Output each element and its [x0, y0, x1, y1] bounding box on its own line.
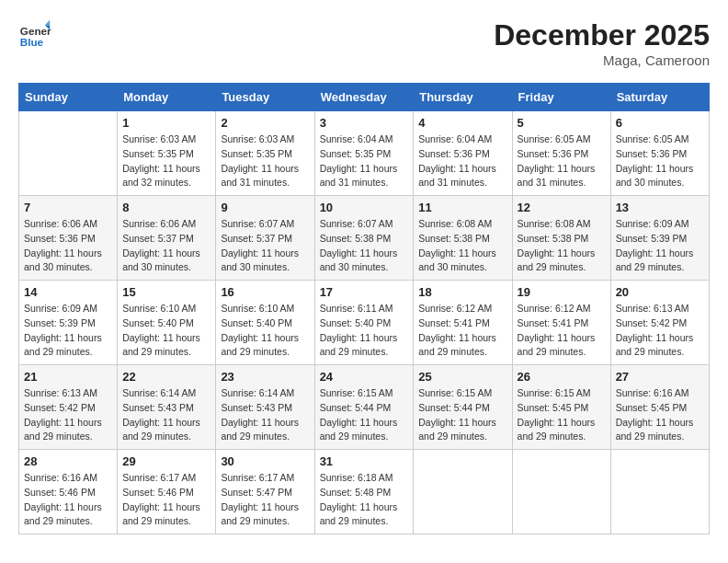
calendar-cell [414, 450, 512, 534]
calendar-cell: 28Sunrise: 6:16 AMSunset: 5:46 PMDayligh… [19, 450, 118, 534]
day-info: Sunrise: 6:08 AMSunset: 5:38 PMDaylight:… [418, 217, 506, 275]
day-number: 5 [518, 116, 606, 130]
day-info: Sunrise: 6:03 AMSunset: 5:35 PMDaylight:… [122, 132, 210, 190]
day-info: Sunrise: 6:04 AMSunset: 5:36 PMDaylight:… [418, 132, 506, 190]
calendar-cell: 13Sunrise: 6:09 AMSunset: 5:39 PMDayligh… [610, 196, 709, 281]
calendar-cell: 31Sunrise: 6:18 AMSunset: 5:48 PMDayligh… [314, 450, 414, 534]
calendar-week-5: 28Sunrise: 6:16 AMSunset: 5:46 PMDayligh… [19, 450, 710, 534]
day-header-saturday: Saturday [610, 84, 709, 111]
day-number: 27 [616, 370, 704, 384]
day-number: 3 [320, 116, 409, 130]
day-info: Sunrise: 6:05 AMSunset: 5:36 PMDaylight:… [616, 132, 704, 190]
calendar-cell: 30Sunrise: 6:17 AMSunset: 5:47 PMDayligh… [216, 450, 314, 534]
day-info: Sunrise: 6:04 AMSunset: 5:35 PMDaylight:… [320, 132, 409, 190]
day-info: Sunrise: 6:16 AMSunset: 5:46 PMDaylight:… [24, 471, 112, 529]
day-number: 14 [24, 285, 112, 299]
day-header-sunday: Sunday [19, 84, 118, 111]
day-info: Sunrise: 6:09 AMSunset: 5:39 PMDaylight:… [616, 217, 704, 275]
day-number: 22 [122, 370, 210, 384]
day-info: Sunrise: 6:05 AMSunset: 5:36 PMDaylight:… [518, 132, 606, 190]
day-info: Sunrise: 6:09 AMSunset: 5:39 PMDaylight:… [24, 302, 112, 360]
calendar-cell: 25Sunrise: 6:15 AMSunset: 5:44 PMDayligh… [414, 365, 512, 450]
calendar-cell: 3Sunrise: 6:04 AMSunset: 5:35 PMDaylight… [314, 111, 414, 196]
day-header-friday: Friday [512, 84, 610, 111]
day-info: Sunrise: 6:18 AMSunset: 5:48 PMDaylight:… [320, 471, 409, 529]
calendar-cell: 29Sunrise: 6:17 AMSunset: 5:46 PMDayligh… [118, 450, 216, 534]
day-info: Sunrise: 6:14 AMSunset: 5:43 PMDaylight:… [221, 386, 309, 444]
svg-marker-3 [45, 20, 50, 25]
day-number: 26 [518, 370, 606, 384]
day-info: Sunrise: 6:14 AMSunset: 5:43 PMDaylight:… [122, 386, 210, 444]
calendar-cell: 24Sunrise: 6:15 AMSunset: 5:44 PMDayligh… [314, 365, 414, 450]
day-info: Sunrise: 6:12 AMSunset: 5:41 PMDaylight:… [418, 302, 506, 360]
calendar-cell: 1Sunrise: 6:03 AMSunset: 5:35 PMDaylight… [118, 111, 216, 196]
day-info: Sunrise: 6:15 AMSunset: 5:44 PMDaylight:… [320, 386, 409, 444]
day-number: 15 [122, 285, 210, 299]
svg-text:Blue: Blue [20, 36, 44, 48]
calendar-cell: 17Sunrise: 6:11 AMSunset: 5:40 PMDayligh… [314, 281, 414, 365]
calendar-cell: 26Sunrise: 6:15 AMSunset: 5:45 PMDayligh… [512, 365, 610, 450]
day-number: 11 [418, 201, 506, 214]
day-info: Sunrise: 6:13 AMSunset: 5:42 PMDaylight:… [24, 386, 112, 444]
calendar-cell: 18Sunrise: 6:12 AMSunset: 5:41 PMDayligh… [414, 281, 512, 365]
day-info: Sunrise: 6:17 AMSunset: 5:47 PMDaylight:… [221, 471, 309, 529]
calendar-week-2: 7Sunrise: 6:06 AMSunset: 5:36 PMDaylight… [19, 196, 710, 281]
day-info: Sunrise: 6:16 AMSunset: 5:45 PMDaylight:… [616, 386, 704, 444]
location: Maga, Cameroon [494, 52, 710, 68]
day-number: 29 [122, 454, 210, 468]
calendar-cell: 22Sunrise: 6:14 AMSunset: 5:43 PMDayligh… [118, 365, 216, 450]
day-number: 10 [320, 201, 409, 214]
title-block: December 2025 Maga, Cameroon [494, 18, 710, 68]
calendar-cell: 19Sunrise: 6:12 AMSunset: 5:41 PMDayligh… [512, 281, 610, 365]
calendar-cell: 12Sunrise: 6:08 AMSunset: 5:38 PMDayligh… [512, 196, 610, 281]
day-number: 8 [122, 201, 210, 214]
day-header-thursday: Thursday [414, 84, 512, 111]
day-number: 2 [221, 116, 309, 130]
day-info: Sunrise: 6:12 AMSunset: 5:41 PMDaylight:… [518, 302, 606, 360]
calendar-cell [19, 111, 118, 196]
day-number: 24 [320, 370, 409, 384]
day-info: Sunrise: 6:06 AMSunset: 5:36 PMDaylight:… [24, 217, 112, 275]
day-info: Sunrise: 6:13 AMSunset: 5:42 PMDaylight:… [616, 302, 704, 360]
calendar-cell: 9Sunrise: 6:07 AMSunset: 5:37 PMDaylight… [216, 196, 314, 281]
calendar-cell: 20Sunrise: 6:13 AMSunset: 5:42 PMDayligh… [610, 281, 709, 365]
day-number: 7 [24, 201, 112, 214]
day-info: Sunrise: 6:07 AMSunset: 5:38 PMDaylight:… [320, 217, 409, 275]
logo: General Blue [18, 18, 51, 52]
day-number: 9 [221, 201, 309, 214]
day-number: 13 [616, 201, 704, 214]
day-info: Sunrise: 6:11 AMSunset: 5:40 PMDaylight:… [320, 302, 409, 360]
day-header-monday: Monday [118, 84, 216, 111]
calendar-cell: 27Sunrise: 6:16 AMSunset: 5:45 PMDayligh… [610, 365, 709, 450]
calendar-cell: 7Sunrise: 6:06 AMSunset: 5:36 PMDaylight… [19, 196, 118, 281]
day-number: 16 [221, 285, 309, 299]
calendar-cell: 11Sunrise: 6:08 AMSunset: 5:38 PMDayligh… [414, 196, 512, 281]
day-number: 19 [518, 285, 606, 299]
day-info: Sunrise: 6:10 AMSunset: 5:40 PMDaylight:… [221, 302, 309, 360]
calendar-cell: 4Sunrise: 6:04 AMSunset: 5:36 PMDaylight… [414, 111, 512, 196]
day-number: 17 [320, 285, 409, 299]
calendar-cell [610, 450, 709, 534]
day-number: 6 [616, 116, 704, 130]
day-header-tuesday: Tuesday [216, 84, 314, 111]
day-info: Sunrise: 6:06 AMSunset: 5:37 PMDaylight:… [122, 217, 210, 275]
calendar-cell: 5Sunrise: 6:05 AMSunset: 5:36 PMDaylight… [512, 111, 610, 196]
day-info: Sunrise: 6:07 AMSunset: 5:37 PMDaylight:… [221, 217, 309, 275]
calendar-cell: 14Sunrise: 6:09 AMSunset: 5:39 PMDayligh… [19, 281, 118, 365]
calendar-cell: 8Sunrise: 6:06 AMSunset: 5:37 PMDaylight… [118, 196, 216, 281]
calendar-cell: 15Sunrise: 6:10 AMSunset: 5:40 PMDayligh… [118, 281, 216, 365]
day-info: Sunrise: 6:10 AMSunset: 5:40 PMDaylight:… [122, 302, 210, 360]
calendar-cell: 6Sunrise: 6:05 AMSunset: 5:36 PMDaylight… [610, 111, 709, 196]
calendar-week-1: 1Sunrise: 6:03 AMSunset: 5:35 PMDaylight… [19, 111, 710, 196]
calendar-week-3: 14Sunrise: 6:09 AMSunset: 5:39 PMDayligh… [19, 281, 710, 365]
day-number: 12 [518, 201, 606, 214]
day-number: 30 [221, 454, 309, 468]
month-title: December 2025 [494, 18, 710, 52]
day-number: 18 [418, 285, 506, 299]
page-header: General Blue December 2025 Maga, Cameroo… [18, 18, 710, 68]
day-number: 1 [122, 116, 210, 130]
day-info: Sunrise: 6:17 AMSunset: 5:46 PMDaylight:… [122, 471, 210, 529]
calendar-cell: 23Sunrise: 6:14 AMSunset: 5:43 PMDayligh… [216, 365, 314, 450]
calendar-cell [512, 450, 610, 534]
day-info: Sunrise: 6:15 AMSunset: 5:44 PMDaylight:… [418, 386, 506, 444]
